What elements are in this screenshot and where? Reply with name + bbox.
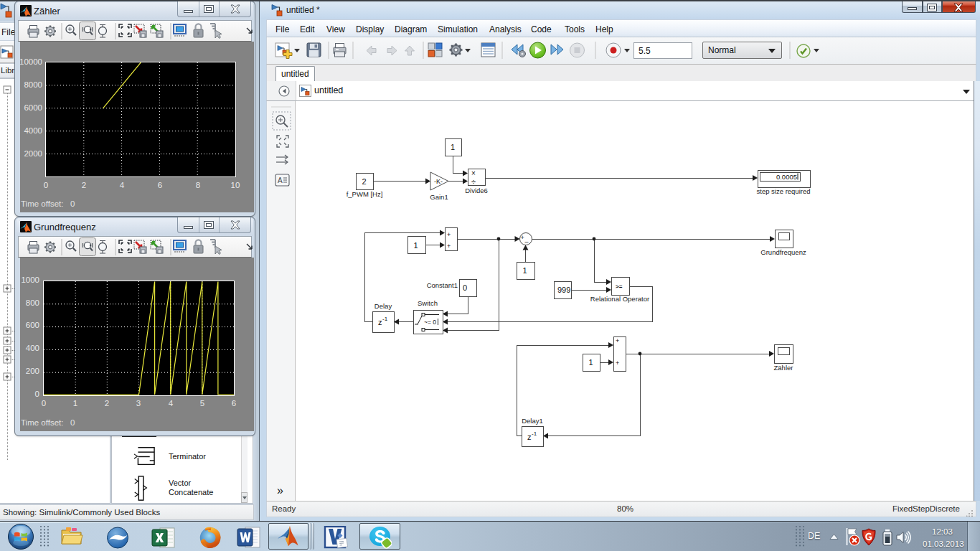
- svg-text:Delay: Delay: [374, 302, 392, 310]
- svg-text:+: +: [616, 359, 619, 367]
- svg-text:Grundfrequenz: Grundfrequenz: [760, 248, 806, 256]
- svg-text:Delay1: Delay1: [522, 417, 543, 425]
- svg-text:Constant1: Constant1: [427, 281, 458, 289]
- svg-text:+: +: [616, 337, 619, 344]
- svg-text:0.0005: 0.0005: [776, 173, 797, 181]
- svg-text:Switch: Switch: [418, 299, 438, 307]
- svg-text:1: 1: [451, 143, 455, 151]
- svg-text:–: –: [525, 238, 529, 245]
- svg-text:+: +: [447, 231, 451, 238]
- svg-text:Zähler: Zähler: [774, 364, 793, 372]
- svg-text:Gain1: Gain1: [430, 193, 448, 201]
- svg-text:1: 1: [414, 241, 418, 250]
- svg-text:+: +: [447, 242, 451, 250]
- svg-text:-1: -1: [382, 316, 388, 322]
- svg-text:-K-: -K-: [434, 178, 443, 185]
- svg-text:Divide6: Divide6: [465, 187, 488, 194]
- svg-text:-1: -1: [532, 430, 537, 437]
- svg-text:z: z: [378, 318, 382, 326]
- svg-text:f_PWM [Hz]: f_PWM [Hz]: [347, 190, 383, 198]
- svg-text:»: »: [277, 484, 283, 496]
- svg-text:×: ×: [471, 169, 476, 177]
- svg-text:A: A: [278, 176, 283, 184]
- svg-text:1: 1: [589, 358, 593, 367]
- svg-text:~= 0: ~= 0: [424, 319, 436, 326]
- svg-text:÷: ÷: [471, 177, 476, 186]
- svg-text:z: z: [527, 433, 532, 441]
- svg-text:1: 1: [523, 266, 527, 275]
- svg-text:0: 0: [463, 283, 467, 292]
- svg-text:>=: >=: [616, 283, 623, 290]
- svg-text:2: 2: [362, 177, 367, 186]
- svg-text:999: 999: [557, 286, 570, 294]
- svg-text:step size required: step size required: [757, 187, 811, 195]
- svg-text:+: +: [521, 234, 524, 241]
- svg-text:Relational Operator: Relational Operator: [590, 295, 649, 303]
